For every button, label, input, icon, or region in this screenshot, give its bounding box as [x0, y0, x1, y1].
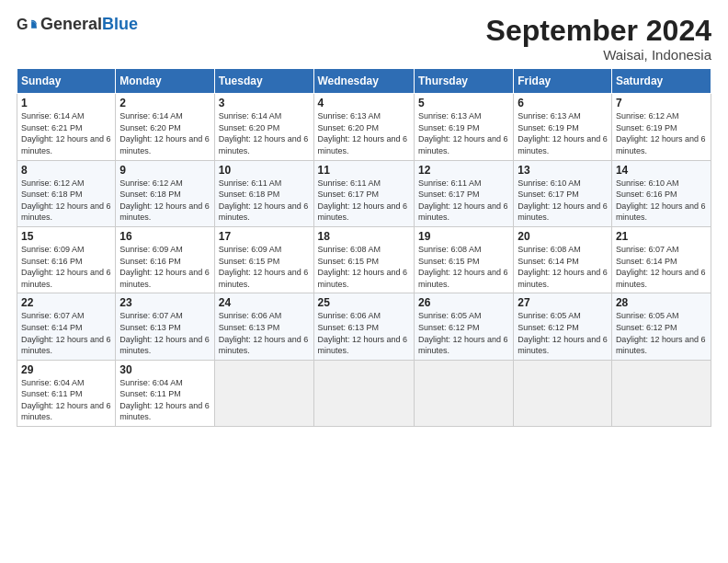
- table-row: 19Sunrise: 6:08 AMSunset: 6:15 PMDayligh…: [414, 226, 513, 293]
- day-number: 8: [21, 164, 111, 177]
- day-info: Sunrise: 6:11 AMSunset: 6:17 PMDaylight:…: [418, 178, 508, 223]
- svg-text:G: G: [17, 16, 28, 32]
- day-number: 26: [418, 296, 509, 309]
- header-sunday: Sunday: [17, 69, 116, 94]
- day-number: 10: [219, 164, 310, 177]
- day-info: Sunrise: 6:08 AMSunset: 6:14 PMDaylight:…: [518, 245, 608, 289]
- day-number: 1: [21, 97, 111, 109]
- day-info: Sunrise: 6:12 AMSunset: 6:18 PMDaylight:…: [21, 178, 111, 223]
- day-number: 5: [418, 97, 509, 109]
- day-number: 15: [21, 230, 111, 243]
- day-info: Sunrise: 6:09 AMSunset: 6:16 PMDaylight:…: [21, 245, 111, 289]
- table-row: 24Sunrise: 6:06 AMSunset: 6:13 PMDayligh…: [214, 293, 313, 360]
- logo-general: General: [40, 15, 102, 33]
- calendar-table: Sunday Monday Tuesday Wednesday Thursday…: [17, 68, 711, 427]
- day-info: Sunrise: 6:09 AMSunset: 6:16 PMDaylight:…: [119, 245, 210, 289]
- logo-blue: Blue: [102, 15, 138, 33]
- header-thursday: Thursday: [414, 69, 513, 94]
- table-row: 30Sunrise: 6:04 AMSunset: 6:11 PMDayligh…: [116, 360, 214, 426]
- day-info: Sunrise: 6:11 AMSunset: 6:17 PMDaylight:…: [318, 178, 408, 223]
- table-row: 21Sunrise: 6:07 AMSunset: 6:14 PMDayligh…: [611, 226, 711, 293]
- calendar-week-row: 8Sunrise: 6:12 AMSunset: 6:18 PMDaylight…: [17, 160, 711, 226]
- month-title: September 2024: [486, 15, 711, 47]
- calendar-week-row: 29Sunrise: 6:04 AMSunset: 6:11 PMDayligh…: [17, 360, 711, 426]
- day-info: Sunrise: 6:12 AMSunset: 6:19 PMDaylight:…: [616, 111, 706, 155]
- day-info: Sunrise: 6:11 AMSunset: 6:18 PMDaylight:…: [219, 178, 309, 223]
- day-number: 2: [119, 97, 210, 109]
- table-row: 9Sunrise: 6:12 AMSunset: 6:18 PMDaylight…: [116, 160, 214, 226]
- day-number: 23: [119, 296, 210, 309]
- day-info: Sunrise: 6:12 AMSunset: 6:18 PMDaylight:…: [119, 178, 210, 223]
- table-row: 28Sunrise: 6:05 AMSunset: 6:12 PMDayligh…: [611, 293, 711, 360]
- day-info: Sunrise: 6:05 AMSunset: 6:12 PMDaylight:…: [418, 311, 508, 355]
- day-info: Sunrise: 6:08 AMSunset: 6:15 PMDaylight:…: [318, 245, 408, 289]
- page-container: G GeneralBlue September 2024 Waisai, Ind…: [0, 0, 728, 436]
- day-info: Sunrise: 6:05 AMSunset: 6:12 PMDaylight:…: [616, 311, 706, 355]
- table-row: 13Sunrise: 6:10 AMSunset: 6:17 PMDayligh…: [514, 160, 612, 226]
- day-number: 21: [616, 230, 707, 243]
- table-row: 14Sunrise: 6:10 AMSunset: 6:16 PMDayligh…: [611, 160, 711, 226]
- header-wednesday: Wednesday: [313, 69, 414, 94]
- day-info: Sunrise: 6:09 AMSunset: 6:15 PMDaylight:…: [219, 245, 309, 289]
- day-number: 30: [119, 363, 210, 376]
- table-row: 15Sunrise: 6:09 AMSunset: 6:16 PMDayligh…: [17, 226, 116, 293]
- day-number: 22: [21, 296, 111, 309]
- day-number: 4: [318, 97, 410, 109]
- day-number: 14: [616, 164, 707, 177]
- header-monday: Monday: [116, 69, 214, 94]
- day-number: 6: [518, 97, 608, 109]
- day-info: Sunrise: 6:07 AMSunset: 6:14 PMDaylight:…: [21, 311, 111, 355]
- day-number: 28: [616, 296, 707, 309]
- table-row: 12Sunrise: 6:11 AMSunset: 6:17 PMDayligh…: [414, 160, 513, 226]
- day-info: Sunrise: 6:10 AMSunset: 6:16 PMDaylight:…: [616, 178, 706, 223]
- table-row: 5Sunrise: 6:13 AMSunset: 6:19 PMDaylight…: [414, 94, 513, 160]
- table-row: 3Sunrise: 6:14 AMSunset: 6:20 PMDaylight…: [214, 94, 313, 160]
- header-saturday: Saturday: [611, 69, 711, 94]
- table-row: 7Sunrise: 6:12 AMSunset: 6:19 PMDaylight…: [611, 94, 711, 160]
- day-number: 27: [518, 296, 608, 309]
- day-info: Sunrise: 6:13 AMSunset: 6:20 PMDaylight:…: [318, 111, 408, 155]
- table-row: 1Sunrise: 6:14 AMSunset: 6:21 PMDaylight…: [17, 94, 116, 160]
- header-tuesday: Tuesday: [214, 69, 313, 94]
- calendar-week-row: 1Sunrise: 6:14 AMSunset: 6:21 PMDaylight…: [17, 94, 711, 160]
- day-info: Sunrise: 6:07 AMSunset: 6:13 PMDaylight:…: [119, 311, 210, 355]
- table-row: [313, 360, 414, 426]
- table-row: 26Sunrise: 6:05 AMSunset: 6:12 PMDayligh…: [414, 293, 513, 360]
- day-number: 24: [219, 296, 310, 309]
- table-row: [414, 360, 513, 426]
- day-number: 17: [219, 230, 310, 243]
- table-row: [611, 360, 711, 426]
- day-info: Sunrise: 6:10 AMSunset: 6:17 PMDaylight:…: [518, 178, 608, 223]
- day-number: 16: [119, 230, 210, 243]
- table-row: 23Sunrise: 6:07 AMSunset: 6:13 PMDayligh…: [116, 293, 214, 360]
- calendar-week-row: 22Sunrise: 6:07 AMSunset: 6:14 PMDayligh…: [17, 293, 711, 360]
- day-info: Sunrise: 6:14 AMSunset: 6:20 PMDaylight:…: [219, 111, 309, 155]
- title-block: September 2024 Waisai, Indonesia: [486, 15, 711, 63]
- day-number: 25: [318, 296, 410, 309]
- table-row: 29Sunrise: 6:04 AMSunset: 6:11 PMDayligh…: [17, 360, 116, 426]
- logo: G GeneralBlue: [17, 15, 138, 35]
- table-row: [514, 360, 612, 426]
- table-row: 10Sunrise: 6:11 AMSunset: 6:18 PMDayligh…: [214, 160, 313, 226]
- header-row: G GeneralBlue September 2024 Waisai, Ind…: [17, 15, 711, 63]
- day-info: Sunrise: 6:04 AMSunset: 6:11 PMDaylight:…: [119, 378, 210, 422]
- day-info: Sunrise: 6:04 AMSunset: 6:11 PMDaylight:…: [21, 378, 111, 422]
- day-number: 12: [418, 164, 509, 177]
- day-number: 19: [418, 230, 509, 243]
- day-info: Sunrise: 6:14 AMSunset: 6:21 PMDaylight:…: [21, 111, 111, 155]
- table-row: 22Sunrise: 6:07 AMSunset: 6:14 PMDayligh…: [17, 293, 116, 360]
- table-row: 8Sunrise: 6:12 AMSunset: 6:18 PMDaylight…: [17, 160, 116, 226]
- day-number: 13: [518, 164, 608, 177]
- day-number: 11: [318, 164, 410, 177]
- calendar-header-row: Sunday Monday Tuesday Wednesday Thursday…: [17, 69, 711, 94]
- logo-text: GeneralBlue: [40, 16, 138, 34]
- day-info: Sunrise: 6:13 AMSunset: 6:19 PMDaylight:…: [418, 111, 508, 155]
- table-row: 20Sunrise: 6:08 AMSunset: 6:14 PMDayligh…: [514, 226, 612, 293]
- day-info: Sunrise: 6:13 AMSunset: 6:19 PMDaylight:…: [518, 111, 608, 155]
- logo-icon: G: [17, 15, 37, 35]
- table-row: 16Sunrise: 6:09 AMSunset: 6:16 PMDayligh…: [116, 226, 214, 293]
- header-friday: Friday: [514, 69, 612, 94]
- day-info: Sunrise: 6:06 AMSunset: 6:13 PMDaylight:…: [318, 311, 408, 355]
- day-number: 18: [318, 230, 410, 243]
- table-row: 18Sunrise: 6:08 AMSunset: 6:15 PMDayligh…: [313, 226, 414, 293]
